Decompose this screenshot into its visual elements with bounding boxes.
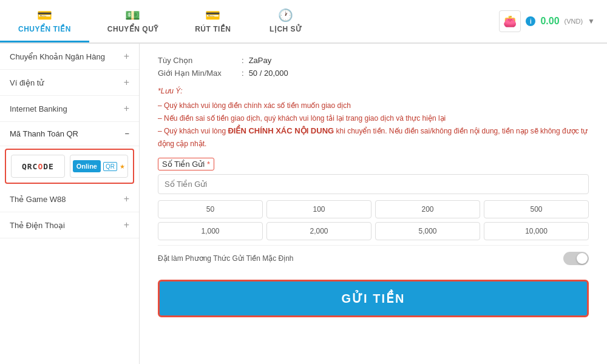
- so-tien-gui-input[interactable]: [158, 174, 589, 194]
- quick-amount-5000[interactable]: 5,000: [375, 222, 480, 240]
- chuyen-tien-icon: 💳: [37, 8, 52, 22]
- so-tien-gui-label-wrapper: Số Tiền Gửi *: [158, 158, 589, 170]
- notice-bold-text: ĐIỀN CHÍNH XÁC NỘI DUNG: [228, 126, 334, 135]
- sidebar-item-ma-thanh-toan-qr[interactable]: Mã Thanh Toán QR −: [0, 122, 139, 146]
- chevron-down-icon[interactable]: ▼: [588, 17, 595, 25]
- so-tien-gui-label-border: Số Tiền Gửi *: [158, 158, 214, 170]
- chuyen-quy-icon: 💵: [125, 8, 140, 22]
- notice-box: *Lưu Ý: – Quý khách vui lòng điền chính …: [158, 85, 589, 150]
- quick-amount-500[interactable]: 500: [484, 200, 589, 218]
- plus-icon-2: +: [124, 77, 129, 88]
- tuy-chon-value: ZaPay: [249, 56, 272, 65]
- sidebar: Chuyển Khoản Ngân Hàng + Ví điện tử + In…: [0, 44, 140, 364]
- qrcode-text: QRCODE: [22, 162, 54, 171]
- content-area: Tùy Chọn : ZaPay Giới Hạn Min/Max : 50 /…: [140, 44, 607, 364]
- qr-options-row: QRCODE Online QR ★: [11, 155, 128, 178]
- balance-currency: (VND): [565, 18, 583, 25]
- quick-amount-2000[interactable]: 2,000: [266, 222, 371, 240]
- sidebar-item-the-game-label: Thẻ Game W88: [10, 195, 66, 204]
- sidebar-item-internet-banking-label: Internet Banking: [10, 104, 67, 113]
- qrcode-button[interactable]: QRCODE: [11, 155, 65, 178]
- plus-icon: +: [124, 51, 129, 62]
- lich-su-icon: 🕐: [278, 8, 293, 22]
- tuy-chon-label: Tùy Chọn: [158, 56, 237, 65]
- notice-line-1: – Quý khách vui lòng điền chính xác số t…: [158, 99, 589, 112]
- plus-icon-3: +: [124, 103, 129, 114]
- notice-line-2: – Nếu điền sai số tiền giao dịch, quý kh…: [158, 112, 589, 124]
- toggle-label: Đặt làm Phương Thức Gửi Tiền Mặc Định: [158, 254, 294, 263]
- sidebar-item-chuyen-khoan[interactable]: Chuyển Khoản Ngân Hàng +: [0, 44, 139, 70]
- gioi-han-value: 50 / 20,000: [249, 69, 288, 78]
- tab-rut-tien[interactable]: 💳 RÚT TIỀN: [177, 0, 249, 42]
- quick-amount-100[interactable]: 100: [266, 200, 371, 218]
- tab-chuyen-tien[interactable]: 💳 CHUYỂN TIỀN: [0, 0, 89, 42]
- tuy-chon-colon: :: [242, 56, 244, 65]
- tab-lich-su-label: LỊCH SỬ: [270, 25, 302, 33]
- quick-amount-10000[interactable]: 10,000: [484, 222, 589, 240]
- qr-highlight: O: [38, 162, 43, 171]
- gioi-han-colon: :: [242, 69, 244, 78]
- plus-icon-5: +: [124, 220, 129, 231]
- quick-amount-50[interactable]: 50: [158, 200, 263, 218]
- so-tien-gui-label: Số Tiền Gửi: [162, 160, 205, 169]
- tab-chuyen-tien-label: CHUYỂN TIỀN: [18, 25, 71, 33]
- sidebar-item-vi-dien-tu-label: Ví điện tử: [10, 78, 44, 87]
- quick-amount-200[interactable]: 200: [375, 200, 480, 218]
- qr-options-section: QRCODE Online QR ★: [5, 149, 134, 184]
- tuy-chon-row: Tùy Chọn : ZaPay: [158, 56, 589, 65]
- online-qr-label: Online: [73, 160, 101, 172]
- info-icon[interactable]: i: [526, 16, 535, 26]
- notice-title: *Lưu Ý:: [158, 85, 589, 97]
- sidebar-item-vi-dien-tu[interactable]: Ví điện tử +: [0, 70, 139, 96]
- quick-amounts-grid: 50 100 200 500 1,000 2,000 5,000 10,000: [158, 200, 589, 240]
- sidebar-item-the-game[interactable]: Thẻ Game W88 +: [0, 186, 139, 212]
- default-payment-toggle[interactable]: [563, 252, 589, 265]
- sidebar-item-the-dien-thoai[interactable]: Thẻ Điện Thoại +: [0, 212, 139, 238]
- star-icon: ★: [120, 163, 125, 170]
- sidebar-item-qr-label: Mã Thanh Toán QR: [10, 129, 78, 138]
- sidebar-item-chuyen-khoan-label: Chuyển Khoản Ngân Hàng: [10, 52, 105, 61]
- online-qr-button[interactable]: Online QR ★: [70, 155, 128, 178]
- qr-box-label: QR: [103, 162, 117, 171]
- rut-tien-icon: 💳: [205, 8, 220, 22]
- gioi-han-label: Giới Hạn Min/Max: [158, 69, 237, 78]
- plus-icon-4: +: [124, 194, 129, 204]
- sidebar-item-the-dien-thoai-label: Thẻ Điện Thoại: [10, 221, 65, 230]
- tab-chuyen-quy-label: CHUYỂN QUỸ: [107, 25, 158, 33]
- default-toggle-row: Đặt làm Phương Thức Gửi Tiền Mặc Định: [158, 245, 589, 271]
- wallet-icon: 👛: [499, 10, 521, 32]
- sidebar-item-internet-banking[interactable]: Internet Banking +: [0, 96, 139, 122]
- tab-rut-tien-label: RÚT TIỀN: [195, 25, 231, 33]
- top-navigation: 💳 CHUYỂN TIỀN 💵 CHUYỂN QUỸ 💳 RÚT TIỀN 🕐 …: [0, 0, 607, 44]
- required-mark: *: [207, 160, 210, 169]
- nav-right-section: 👛 i 0.00 (VND) ▼: [487, 0, 607, 42]
- notice-line-3: – Quý khách vui lòng ĐIỀN CHÍNH XÁC NỘI …: [158, 124, 589, 150]
- quick-amount-1000[interactable]: 1,000: [158, 222, 263, 240]
- gioi-han-row: Giới Hạn Min/Max : 50 / 20,000: [158, 69, 589, 78]
- minus-icon: −: [124, 129, 129, 138]
- balance-amount: 0.00: [540, 16, 559, 27]
- send-button[interactable]: GỬI TIỀN: [158, 280, 589, 317]
- tab-chuyen-quy[interactable]: 💵 CHUYỂN QUỸ: [89, 0, 177, 42]
- main-layout: Chuyển Khoản Ngân Hàng + Ví điện tử + In…: [0, 44, 607, 364]
- tab-lich-su[interactable]: 🕐 LỊCH SỬ: [249, 0, 322, 42]
